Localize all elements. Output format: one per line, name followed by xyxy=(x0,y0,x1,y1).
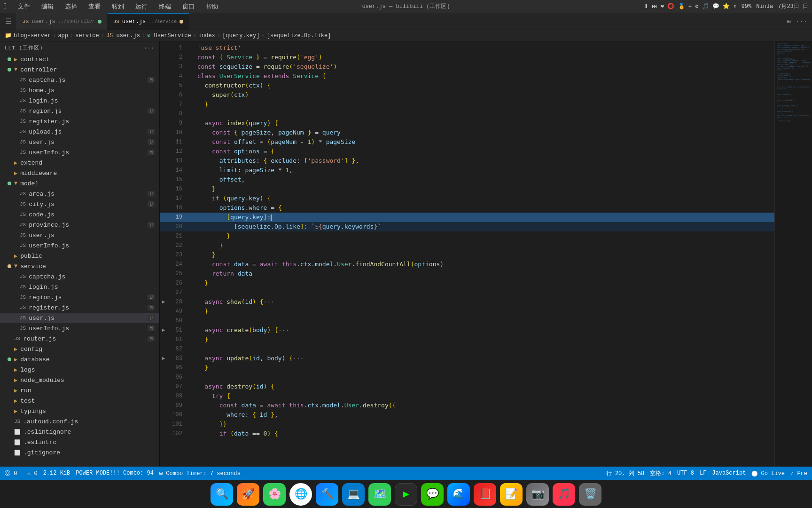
sidebar-item-region-service[interactable]: JS region.js U xyxy=(0,292,159,302)
sidebar-item-upload[interactable]: JS upload.js U xyxy=(0,127,159,137)
badge-userinfo1: M xyxy=(148,150,155,155)
status-encoding[interactable]: UTF-8 xyxy=(677,470,694,476)
sidebar-item-home[interactable]: JS home.js xyxy=(0,85,159,95)
sidebar-item-contract[interactable]: ▶ contract xyxy=(0,54,159,64)
breadcrumb-index[interactable]: index xyxy=(198,32,215,39)
split-editor-icon[interactable]: ⊞ xyxy=(787,17,790,25)
sidebar-item-login1[interactable]: JS login.js xyxy=(0,95,159,106)
status-errors[interactable]: ⓪ 0 ⚠ 0 xyxy=(5,469,38,477)
sidebar-label-controller: controller xyxy=(20,66,57,73)
sidebar-dots[interactable]: ··· xyxy=(144,45,155,51)
status-pre[interactable]: ✓ Pre xyxy=(790,470,807,477)
breadcrumb-sep-1: › xyxy=(53,32,56,39)
dock-chrome[interactable]: 🌐 xyxy=(289,483,312,506)
sidebar-item-test[interactable]: ▶ test xyxy=(0,396,159,406)
dot-login-service xyxy=(13,285,17,289)
datetime: 7月23日 日 xyxy=(778,2,808,10)
sidebar-item-province[interactable]: JS province.js U xyxy=(0,220,159,230)
sidebar-item-area[interactable]: JS area.js U xyxy=(0,189,159,199)
status-language[interactable]: JavaScript xyxy=(712,470,746,476)
sidebar-item-user-service[interactable]: JS user.js U xyxy=(0,313,159,323)
breadcrumb-query-key[interactable]: [query.key] xyxy=(222,32,259,39)
dock-wechat[interactable]: 💬 xyxy=(421,483,444,506)
breadcrumb-userjs[interactable]: JS user.js xyxy=(106,32,140,39)
menu-run[interactable]: 运行 xyxy=(133,2,149,11)
line-content-98: try { xyxy=(190,391,774,401)
menu-help[interactable]: 帮助 xyxy=(204,2,220,11)
fold-51[interactable]: ▶ xyxy=(160,325,167,335)
sidebar-item-captcha-service[interactable]: JS captcha.js xyxy=(0,271,159,282)
sidebar-item-database[interactable]: ▶ database xyxy=(0,354,159,365)
code-line-24: 24 const data = await this.ctx.model.Use… xyxy=(160,260,774,269)
sidebar-item-userinfo-model[interactable]: JS userInfo.js xyxy=(0,240,159,251)
breadcrumb-blog-server[interactable]: blog-server xyxy=(14,32,51,39)
sidebar-item-logs[interactable]: ▶ logs xyxy=(0,365,159,375)
sidebar-item-register-service[interactable]: JS register.js M xyxy=(0,302,159,313)
sidebar-item-public[interactable]: ▶ public xyxy=(0,251,159,261)
sidebar-item-eslintignore[interactable]: ⬜ .eslintignore xyxy=(0,427,159,437)
sidebar-item-eslintrc[interactable]: ⬜ .eslintrc xyxy=(0,437,159,447)
menu-file[interactable]: 文件 xyxy=(16,2,32,11)
menu-edit[interactable]: 编辑 xyxy=(39,2,55,11)
sidebar-item-gitignore[interactable]: ⬜ .gitignore xyxy=(0,447,159,458)
sidebar-item-userinfo1[interactable]: JS userInfo.js M xyxy=(0,147,159,158)
sidebar-item-config[interactable]: ▶ config xyxy=(0,344,159,354)
status-line-ending[interactable]: LF xyxy=(700,470,706,476)
menu-view[interactable]: 查看 xyxy=(86,2,102,11)
dock-camera[interactable]: 📷 xyxy=(526,483,549,506)
sidebar-item-run[interactable]: ▶ run xyxy=(0,385,159,396)
breadcrumb-app[interactable]: app xyxy=(58,32,68,39)
dock-terminal[interactable]: ▶ xyxy=(395,483,417,506)
sidebar-item-city[interactable]: JS city.js U xyxy=(0,199,159,209)
more-actions-icon[interactable]: ··· xyxy=(796,18,807,25)
sidebar-item-extend[interactable]: ▶ extend xyxy=(0,158,159,168)
dock-maps[interactable]: 🗺️ xyxy=(368,483,391,506)
sidebar-item-model[interactable]: ▼ model xyxy=(0,178,159,189)
sidebar-item-autoud[interactable]: JS .autoud.conf.js xyxy=(0,416,159,427)
dock-app2[interactable]: 🌊 xyxy=(447,483,470,506)
sidebar-item-login-service[interactable]: JS login.js xyxy=(0,282,159,292)
folder-icon-public: ▶ xyxy=(14,253,17,260)
status-spaces[interactable]: 空格: 4 xyxy=(650,469,671,477)
apple-menu[interactable]:  xyxy=(4,2,8,11)
tab-user-controller[interactable]: JS user.js ../controller xyxy=(17,13,108,30)
sidebar-item-region1[interactable]: JS region.js U xyxy=(0,106,159,116)
fold-83[interactable]: ▶ xyxy=(160,354,167,363)
sidebar-item-code[interactable]: JS code.js xyxy=(0,209,159,220)
code-line-96: 96 xyxy=(160,373,774,382)
sidebar-item-register1[interactable]: JS register.js xyxy=(0,116,159,127)
dock-vscode[interactable]: 💻 xyxy=(342,483,365,506)
sidebar-item-service[interactable]: ▼ service xyxy=(0,261,159,271)
dock-music[interactable]: 🎵 xyxy=(553,483,575,506)
status-cursor-position[interactable]: 行 20, 列 58 xyxy=(606,469,645,477)
dock-trash[interactable]: 🗑️ xyxy=(579,483,601,506)
dock-finder[interactable]: 🔍 xyxy=(211,483,233,506)
menu-goto[interactable]: 转到 xyxy=(110,2,126,11)
menu-window[interactable]: 窗口 xyxy=(180,2,196,11)
sidebar-item-user1[interactable]: JS user.js U xyxy=(0,137,159,147)
breadcrumb-userservice[interactable]: ⊙ UserService xyxy=(147,32,191,39)
breadcrumb-sequelize-op[interactable]: [sequelize.Op.like] xyxy=(267,32,331,39)
sidebar-item-middleware[interactable]: ▶ middleware xyxy=(0,168,159,178)
dock-red[interactable]: 📕 xyxy=(474,483,496,506)
code-container[interactable]: 1 'use strict' 2 const { Service } = req… xyxy=(160,41,774,467)
fold-28[interactable]: ▶ xyxy=(160,297,167,307)
breadcrumb-service[interactable]: service xyxy=(75,32,99,39)
sidebar-item-user-model[interactable]: JS user.js xyxy=(0,230,159,240)
sidebar-workspace-label: LLI (工作区) xyxy=(5,44,43,51)
sidebar-item-typings[interactable]: ▶ typings xyxy=(0,406,159,416)
sidebar-item-userinfo-service[interactable]: JS userInfo.js M xyxy=(0,323,159,333)
dock-notes[interactable]: 📝 xyxy=(500,483,523,506)
tab-user-service[interactable]: JS user.js ../service xyxy=(108,13,190,30)
sidebar-item-node-modules[interactable]: ▶ node_modules xyxy=(0,375,159,385)
sidebar-item-router[interactable]: JS router.js M xyxy=(0,333,159,344)
menu-terminal[interactable]: 终端 xyxy=(157,2,173,11)
menu-select[interactable]: 选择 xyxy=(63,2,79,11)
sidebar-toggle[interactable]: ☰ xyxy=(0,13,17,30)
dock-photos[interactable]: 🌸 xyxy=(263,483,286,506)
status-go-live[interactable]: ⬤ Go Live xyxy=(751,470,785,477)
dock-launchpad[interactable]: 🚀 xyxy=(237,483,259,506)
sidebar-item-captcha1[interactable]: JS captcha.js M xyxy=(0,75,159,85)
dock-xcode[interactable]: 🔨 xyxy=(316,483,338,506)
sidebar-item-controller[interactable]: ▼ controller xyxy=(0,64,159,75)
